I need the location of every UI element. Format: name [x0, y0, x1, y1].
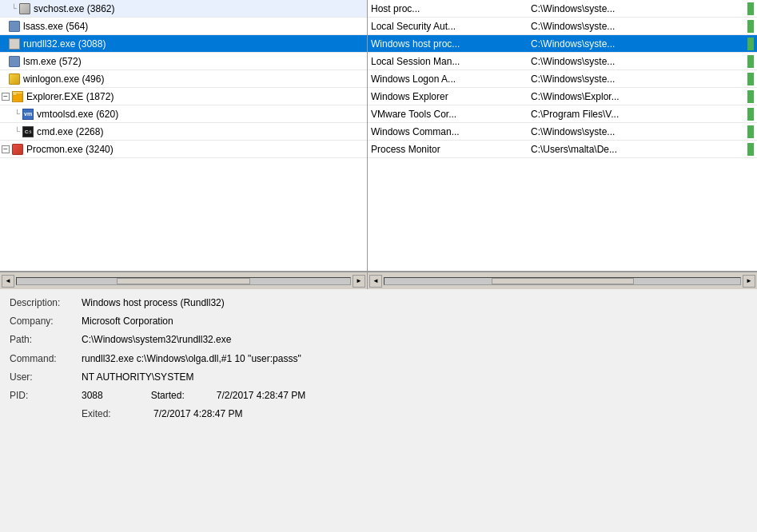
description-cell: Windows host proc...: [371, 38, 531, 50]
tree-connector: └: [11, 4, 17, 13]
path-cell: C:\Windows\syste...: [531, 56, 744, 67]
explorer-icon: [11, 90, 24, 103]
path-value: C:\Windows\system32\rundll32.exe: [82, 332, 747, 347]
description-list: Host proc... C:\Windows\syste... Local S…: [368, 0, 757, 271]
path-cell: C:\Windows\syste...: [531, 38, 744, 50]
list-item: Process Monitor C:\Users\malta\De...: [368, 141, 757, 158]
tree-connector: └: [14, 127, 20, 136]
description-cell: VMware Tools Cor...: [371, 109, 531, 120]
scroll-left-arrow[interactable]: ◄: [369, 275, 382, 288]
cmd-icon: C:\: [22, 125, 34, 138]
process-list: └ svchost.exe (3862) lsass.exe (564): [0, 0, 367, 271]
rundll32-icon: [8, 38, 21, 50]
tree-connector: └: [14, 109, 20, 118]
winlogon-icon: [8, 73, 21, 85]
pid-row: PID: 3088 Started: 7/2/2017 4:28:47 PM: [10, 388, 747, 403]
list-item: Local Session Man... C:\Windows\syste...: [368, 53, 757, 70]
process-name: winlogon.exe (496): [23, 73, 104, 85]
status-indicator: [747, 55, 754, 68]
list-item: Host proc... C:\Windows\syste...: [368, 0, 757, 18]
scroll-track[interactable]: [384, 277, 741, 285]
scroll-right-arrow[interactable]: ►: [353, 275, 365, 288]
command-value: rundll32.exe c:\Windows\olga.dll,#1 10 "…: [82, 351, 747, 367]
left-pane: └ svchost.exe (3862) lsass.exe (564): [0, 0, 368, 271]
path-cell: C:\Users\malta\De...: [531, 144, 744, 155]
details-pane: Description: Windows host process (Rundl…: [0, 289, 757, 532]
description-value: Windows host process (Rundll32): [82, 296, 747, 311]
list-item: Windows Comman... C:\Windows\syste...: [368, 123, 757, 141]
left-scrollbar[interactable]: ◄ ►: [0, 272, 368, 289]
pid-number: 3088: [82, 388, 103, 403]
pid-label: PID:: [10, 388, 82, 403]
scroll-track[interactable]: [16, 277, 351, 285]
path-cell: C:\Windows\syste...: [531, 3, 744, 14]
description-cell: Local Security Aut...: [371, 21, 531, 32]
user-row: User: NT AUTHORITY\SYSTEM: [10, 370, 747, 385]
right-scrollbar[interactable]: ◄ ►: [368, 272, 757, 289]
path-cell: C:\Windows\syste...: [531, 126, 744, 137]
main-container: └ svchost.exe (3862) lsass.exe (564): [0, 0, 757, 532]
list-item[interactable]: └ svchost.exe (3862): [0, 0, 367, 18]
status-indicator: [747, 2, 754, 15]
path-label: Path:: [10, 332, 82, 347]
status-indicator: [747, 143, 754, 156]
scroll-left-arrow[interactable]: ◄: [2, 275, 14, 288]
command-row: Command: rundll32.exe c:\Windows\olga.dl…: [10, 351, 747, 367]
scroll-thumb[interactable]: [117, 278, 250, 284]
list-item[interactable]: − Procmon.exe (3240): [0, 141, 367, 158]
exited-value: 7/2/2017 4:28:47 PM: [153, 407, 242, 422]
list-item[interactable]: └ C:\ cmd.exe (2268): [0, 123, 367, 141]
list-item: Windows Explorer C:\Windows\Explor...: [368, 88, 757, 105]
company-row: Company: Microsoft Corporation: [10, 314, 747, 329]
right-pane: Host proc... C:\Windows\syste... Local S…: [368, 0, 757, 271]
list-item[interactable]: winlogon.exe (496): [0, 70, 367, 88]
description-cell: Host proc...: [371, 3, 531, 14]
list-item[interactable]: lsm.exe (572): [0, 53, 367, 70]
list-item[interactable]: lsass.exe (564): [0, 18, 367, 35]
user-label: User:: [10, 370, 82, 385]
pid-value: 3088 Started: 7/2/2017 4:28:47 PM: [82, 388, 747, 403]
list-item[interactable]: rundll32.exe (3088): [0, 35, 367, 53]
process-name: Procmon.exe (3240): [26, 144, 114, 155]
path-cell: C:\Windows\syste...: [531, 73, 744, 85]
command-label: Command:: [10, 351, 82, 367]
company-value: Microsoft Corporation: [82, 314, 747, 329]
description-cell: Process Monitor: [371, 144, 531, 155]
exited-label: Exited:: [82, 407, 153, 422]
list-item: Windows Logon A... C:\Windows\syste...: [368, 70, 757, 88]
scroll-right-arrow[interactable]: ►: [743, 275, 755, 288]
status-indicator: [747, 20, 754, 33]
path-cell: C:\Windows\syste...: [531, 21, 744, 32]
list-item[interactable]: − Explorer.EXE (1872): [0, 88, 367, 105]
scroll-thumb[interactable]: [492, 278, 634, 284]
user-value: NT AUTHORITY\SYSTEM: [82, 370, 747, 385]
status-indicator: [747, 90, 754, 103]
generic-icon: [18, 2, 31, 15]
process-name: lsass.exe (564): [23, 21, 88, 32]
process-name: Explorer.EXE (1872): [26, 91, 114, 102]
list-item[interactable]: └ vm vmtoolsd.exe (620): [0, 105, 367, 123]
process-name: lsm.exe (572): [23, 56, 82, 67]
status-indicator: [747, 38, 754, 50]
lsass-icon: [8, 20, 21, 33]
collapse-button[interactable]: −: [2, 93, 10, 101]
scrollbars-row: ◄ ► ◄ ►: [0, 272, 757, 289]
process-name: vmtoolsd.exe (620): [37, 109, 118, 120]
status-indicator: [747, 73, 754, 85]
collapse-button[interactable]: −: [2, 145, 10, 153]
procmon-icon: [11, 143, 24, 156]
lsm-icon: [8, 55, 21, 68]
exited-row: Exited: 7/2/2017 4:28:47 PM: [10, 407, 747, 422]
description-cell: Windows Logon A...: [371, 73, 531, 85]
vmtools-icon: vm: [22, 108, 34, 121]
process-name: svchost.exe (3862): [34, 3, 114, 14]
description-row: Description: Windows host process (Rundl…: [10, 296, 747, 311]
list-item: VMware Tools Cor... C:\Program Files\V..…: [368, 105, 757, 123]
svg-rect-1: [13, 93, 17, 95]
description-label: Description:: [10, 296, 82, 311]
description-cell: Local Session Man...: [371, 56, 531, 67]
list-item: Local Security Aut... C:\Windows\syste..…: [368, 18, 757, 35]
description-cell: Windows Explorer: [371, 91, 531, 102]
process-name: rundll32.exe (3088): [23, 38, 106, 50]
company-label: Company:: [10, 314, 82, 329]
